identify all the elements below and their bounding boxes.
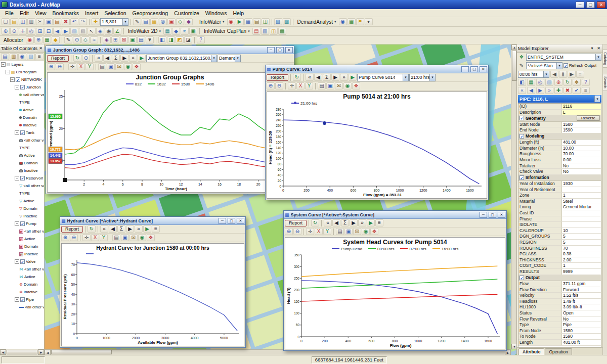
maximize-button[interactable]: ▢ xyxy=(276,47,284,53)
first-element-icon[interactable]: « xyxy=(518,87,526,94)
toc-tree-item[interactable]: −▤C:\Program xyxy=(0,68,44,76)
time-forward-icon[interactable]: ▶ xyxy=(568,71,576,78)
panel-close-icon[interactable]: ✕ xyxy=(596,46,601,51)
last-timestep-icon[interactable]: » xyxy=(358,219,366,226)
list-by-source-icon[interactable]: ▥ xyxy=(10,53,18,60)
system-combo[interactable]: ENTIRE_SYSTEM▾ xyxy=(526,54,601,61)
tree-expander-icon[interactable]: − xyxy=(6,70,10,74)
mean-value-icon[interactable]: Σ xyxy=(112,55,120,62)
toc-tree-item[interactable]: Inactive xyxy=(0,121,44,129)
demand-analyst-tool-3-icon[interactable]: ⚑ xyxy=(356,18,364,25)
tree-expander-icon[interactable]: − xyxy=(15,176,19,180)
scroll-right-icon[interactable]: ▶ xyxy=(38,349,44,355)
attribute-value[interactable]: L xyxy=(562,110,601,115)
tree-expander-icon[interactable]: − xyxy=(15,259,19,264)
save-map-icon[interactable]: ◫ xyxy=(19,18,27,25)
list-by-selection-icon[interactable]: ▨ xyxy=(27,53,35,60)
attribute-value[interactable] xyxy=(562,187,601,193)
report-button[interactable]: Report xyxy=(285,220,307,226)
copy-icon[interactable]: ▣ xyxy=(45,18,53,25)
refresh-graph-icon[interactable]: ↻ xyxy=(311,219,319,226)
zoom-out-graph-icon[interactable]: ⊖ xyxy=(70,234,78,241)
animate-icon[interactable]: ▶ xyxy=(349,74,357,81)
close-button[interactable]: ✕ xyxy=(285,47,293,53)
allocator-tool-2-icon[interactable]: ⊕ xyxy=(34,36,42,43)
attribute-value[interactable]: Open xyxy=(562,310,601,316)
zoom-in-graph-icon[interactable]: ⊕ xyxy=(47,63,55,70)
tree-expander-icon[interactable]: − xyxy=(15,130,19,135)
attribute-row[interactable]: Length481.00 ft xyxy=(518,340,601,346)
attribute-value[interactable]: 3.09 ft/k-ft xyxy=(562,304,601,310)
identify-icon[interactable]: ◈ xyxy=(96,28,104,35)
menu-help[interactable]: Help xyxy=(230,10,247,17)
chevron-down-icon[interactable]: ▾ xyxy=(235,55,240,62)
select-mode-icon[interactable]: ✛ xyxy=(68,63,76,70)
record-menu-icon[interactable]: ≡ xyxy=(582,87,590,94)
animate-icon[interactable]: ▶ xyxy=(143,225,151,233)
select-mode-icon[interactable]: ✛ xyxy=(288,82,296,89)
demand-analyst-dropdown-icon[interactable]: ▾ xyxy=(365,18,373,25)
attribute-value[interactable]: 1590 xyxy=(562,127,601,133)
toc-tree-item[interactable]: −✔Pipe xyxy=(0,296,44,303)
toc-tree-item[interactable]: Active xyxy=(0,106,44,114)
toc-tree-item[interactable]: PActive xyxy=(0,235,44,243)
attribute-browser-icon[interactable]: ▨ xyxy=(283,18,291,25)
refresh-output-checkbox[interactable]: ✔ xyxy=(563,63,568,68)
menu-file[interactable]: File xyxy=(2,10,17,17)
parameter-combo[interactable]: Demand▾ xyxy=(218,55,241,62)
time-menu-icon[interactable]: ≡ xyxy=(576,71,584,78)
menu-geoprocessing[interactable]: Geoprocessing xyxy=(129,10,171,17)
editor-toolbar-icon[interactable]: ✎ xyxy=(133,18,141,25)
toc-tree-item[interactable]: TYPE xyxy=(0,144,44,152)
minimize-button[interactable]: ─ xyxy=(461,66,469,72)
toc-tree-item[interactable]: ▽Domain xyxy=(0,205,44,212)
attribute-value[interactable]: Cement Mortar xyxy=(562,204,601,210)
allocator-tool-3-icon[interactable]: ▦ xyxy=(43,36,51,43)
layout-tool-4-icon[interactable]: ◪ xyxy=(184,36,192,43)
export-graph-icon[interactable]: ✉ xyxy=(353,228,361,235)
attribute-row[interactable]: Flow371.11 gpm xyxy=(518,281,601,287)
last-timestep-icon[interactable]: » xyxy=(135,225,143,233)
attribute-row[interactable]: Minor Loss0.00 xyxy=(518,157,601,163)
attribute-value[interactable]: 1580 xyxy=(562,328,601,334)
zoom-in-graph-icon[interactable]: ⊕ xyxy=(267,82,275,89)
toc-horizontal-scrollbar[interactable]: ◀ ▶ xyxy=(0,349,44,355)
capplan-tool-2-icon[interactable]: ▥ xyxy=(261,28,269,35)
print-icon[interactable]: ▥ xyxy=(27,18,35,25)
search-window-icon[interactable]: ◎ xyxy=(159,18,167,25)
animate-icon[interactable]: ▶ xyxy=(138,55,146,62)
scroll-down-icon[interactable]: ▼ xyxy=(511,344,516,349)
facility-manager-icon[interactable]: ▦ xyxy=(527,79,535,86)
zoom-out-graph-icon[interactable]: ⊖ xyxy=(56,63,64,70)
attribute-value[interactable]: No xyxy=(562,163,601,169)
window-titlebar[interactable]: ▦ System Curve [*Active*:System Curve] ─… xyxy=(284,211,506,219)
help-tool-icon[interactable]: ? xyxy=(197,36,205,43)
trace-tool-icon[interactable]: ≈ xyxy=(90,36,98,43)
toc-tree-item[interactable]: <all other values> xyxy=(0,91,44,99)
element-selector-combo[interactable]: PIPE: 2116, L ▾ xyxy=(518,95,601,103)
time-step-combo[interactable]: 00:00 hrs▾ xyxy=(518,71,549,78)
selection-tool-icon[interactable]: ▨ xyxy=(545,79,553,86)
new-map-icon[interactable]: ▢ xyxy=(2,18,10,25)
attribute-value[interactable]: 371.11 gpm xyxy=(562,281,601,287)
attribute-value[interactable]: 9999 xyxy=(562,269,601,275)
attribute-row[interactable]: Start Node1580 xyxy=(518,122,601,128)
infowater-2d-tool-3-icon[interactable]: ≈ xyxy=(181,28,189,35)
attribute-row[interactable]: Flow ReversalNo xyxy=(518,316,601,323)
time-slider-icon[interactable]: ▮ xyxy=(559,71,567,78)
toc-close-icon[interactable]: ✕ xyxy=(38,46,43,51)
scroll-up-icon[interactable]: ▲ xyxy=(511,44,516,50)
y-axis-options-icon[interactable]: Y xyxy=(85,63,94,70)
layout-tool-1-icon[interactable]: ◧ xyxy=(158,36,166,43)
menu-view[interactable]: View xyxy=(32,10,50,17)
map-scale-combo[interactable]: 1:5,801▾ xyxy=(100,18,128,26)
scroll-thumb[interactable] xyxy=(512,51,516,81)
cut-icon[interactable]: ✂ xyxy=(36,18,44,25)
attribute-row[interactable]: THICKNESS2.00 xyxy=(518,257,601,263)
list-by-visibility-icon[interactable]: ◉ xyxy=(18,53,26,60)
tree-expander-icon[interactable]: − xyxy=(15,221,19,226)
attribute-value[interactable]: No xyxy=(562,316,601,322)
animate-icon[interactable]: ▶ xyxy=(367,219,375,226)
export-graph-icon[interactable]: ✉ xyxy=(335,82,343,89)
attribute-row[interactable]: TypePipe xyxy=(518,322,601,328)
